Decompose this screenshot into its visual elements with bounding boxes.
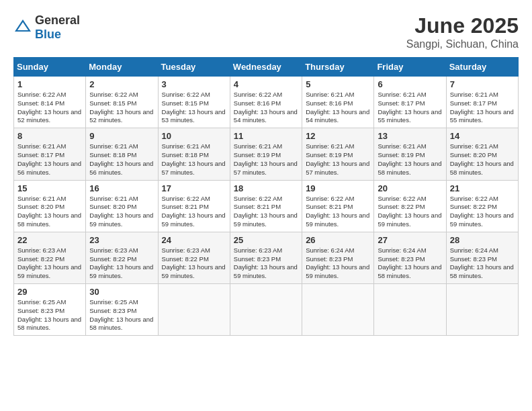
day-number: 25 xyxy=(234,235,298,245)
day-info: Sunrise: 6:21 AM Sunset: 8:19 PM Dayligh… xyxy=(234,142,298,177)
day-info: Sunrise: 6:23 AM Sunset: 8:22 PM Dayligh… xyxy=(17,246,82,281)
logo-text: General Blue xyxy=(35,13,80,42)
calendar-week-row: 29Sunrise: 6:25 AM Sunset: 8:23 PM Dayli… xyxy=(14,284,519,336)
day-number: 21 xyxy=(450,183,515,193)
calendar-cell: 22Sunrise: 6:23 AM Sunset: 8:22 PM Dayli… xyxy=(14,232,86,283)
day-number: 16 xyxy=(89,183,154,193)
calendar-cell: 6Sunrise: 6:21 AM Sunset: 8:17 PM Daylig… xyxy=(374,77,446,128)
calendar-week-row: 8Sunrise: 6:21 AM Sunset: 8:17 PM Daylig… xyxy=(14,128,519,180)
day-info: Sunrise: 6:21 AM Sunset: 8:18 PM Dayligh… xyxy=(162,142,226,177)
day-number: 22 xyxy=(17,235,82,245)
calendar-cell xyxy=(302,284,374,336)
day-number: 4 xyxy=(234,79,298,89)
day-number: 13 xyxy=(378,131,442,141)
calendar-cell: 4Sunrise: 6:22 AM Sunset: 8:16 PM Daylig… xyxy=(230,77,302,128)
calendar-cell: 24Sunrise: 6:23 AM Sunset: 8:22 PM Dayli… xyxy=(158,232,230,283)
day-info: Sunrise: 6:23 AM Sunset: 8:23 PM Dayligh… xyxy=(234,246,298,281)
day-number: 6 xyxy=(378,79,442,89)
calendar-cell xyxy=(230,284,302,336)
calendar-cell: 1Sunrise: 6:22 AM Sunset: 8:14 PM Daylig… xyxy=(14,77,86,128)
day-number: 14 xyxy=(450,131,515,141)
day-number: 18 xyxy=(234,183,298,193)
calendar-header-row: SundayMondayTuesdayWednesdayThursdayFrid… xyxy=(14,58,519,77)
day-number: 12 xyxy=(306,131,370,141)
day-number: 20 xyxy=(378,183,442,193)
day-info: Sunrise: 6:22 AM Sunset: 8:16 PM Dayligh… xyxy=(234,91,298,125)
day-number: 1 xyxy=(17,79,82,89)
day-info: Sunrise: 6:21 AM Sunset: 8:17 PM Dayligh… xyxy=(17,142,82,177)
day-info: Sunrise: 6:24 AM Sunset: 8:23 PM Dayligh… xyxy=(306,246,370,281)
day-number: 24 xyxy=(162,235,226,245)
day-number: 28 xyxy=(450,235,515,245)
column-header-monday: Monday xyxy=(86,58,158,77)
day-number: 10 xyxy=(162,131,226,141)
calendar-cell xyxy=(158,284,230,336)
day-info: Sunrise: 6:22 AM Sunset: 8:21 PM Dayligh… xyxy=(234,195,298,229)
calendar-cell: 2Sunrise: 6:22 AM Sunset: 8:15 PM Daylig… xyxy=(86,77,158,128)
logo: General Blue xyxy=(13,13,80,42)
day-number: 7 xyxy=(450,79,515,89)
header: General Blue June 2025 Sangpi, Sichuan, … xyxy=(13,13,519,50)
column-header-tuesday: Tuesday xyxy=(158,58,230,77)
day-number: 30 xyxy=(89,287,154,297)
calendar-cell: 23Sunrise: 6:23 AM Sunset: 8:22 PM Dayli… xyxy=(86,232,158,283)
calendar-week-row: 1Sunrise: 6:22 AM Sunset: 8:14 PM Daylig… xyxy=(14,77,519,128)
calendar-cell: 16Sunrise: 6:21 AM Sunset: 8:20 PM Dayli… xyxy=(86,180,158,232)
calendar-cell: 30Sunrise: 6:25 AM Sunset: 8:23 PM Dayli… xyxy=(86,284,158,336)
day-info: Sunrise: 6:24 AM Sunset: 8:23 PM Dayligh… xyxy=(378,246,442,281)
day-info: Sunrise: 6:21 AM Sunset: 8:17 PM Dayligh… xyxy=(378,91,442,125)
calendar-cell: 19Sunrise: 6:22 AM Sunset: 8:21 PM Dayli… xyxy=(302,180,374,232)
calendar-cell: 3Sunrise: 6:22 AM Sunset: 8:15 PM Daylig… xyxy=(158,77,230,128)
calendar-cell: 25Sunrise: 6:23 AM Sunset: 8:23 PM Dayli… xyxy=(230,232,302,283)
calendar-cell: 21Sunrise: 6:22 AM Sunset: 8:22 PM Dayli… xyxy=(446,180,518,232)
day-info: Sunrise: 6:22 AM Sunset: 8:21 PM Dayligh… xyxy=(162,195,226,229)
calendar-cell: 9Sunrise: 6:21 AM Sunset: 8:18 PM Daylig… xyxy=(86,128,158,180)
calendar-cell xyxy=(374,284,446,336)
day-number: 5 xyxy=(306,79,370,89)
calendar-cell: 15Sunrise: 6:21 AM Sunset: 8:20 PM Dayli… xyxy=(14,180,86,232)
calendar-cell: 7Sunrise: 6:21 AM Sunset: 8:17 PM Daylig… xyxy=(446,77,518,128)
column-header-friday: Friday xyxy=(374,58,446,77)
day-number: 23 xyxy=(89,235,154,245)
calendar-cell: 10Sunrise: 6:21 AM Sunset: 8:18 PM Dayli… xyxy=(158,128,230,180)
calendar-week-row: 22Sunrise: 6:23 AM Sunset: 8:22 PM Dayli… xyxy=(14,232,519,283)
calendar-cell: 8Sunrise: 6:21 AM Sunset: 8:17 PM Daylig… xyxy=(14,128,86,180)
calendar-title: June 2025 xyxy=(406,13,519,38)
day-info: Sunrise: 6:21 AM Sunset: 8:17 PM Dayligh… xyxy=(450,91,515,125)
day-number: 3 xyxy=(162,79,226,89)
column-header-sunday: Sunday xyxy=(14,58,86,77)
calendar-cell: 26Sunrise: 6:24 AM Sunset: 8:23 PM Dayli… xyxy=(302,232,374,283)
day-info: Sunrise: 6:21 AM Sunset: 8:18 PM Dayligh… xyxy=(89,142,154,177)
day-number: 9 xyxy=(89,131,154,141)
day-number: 2 xyxy=(89,79,154,89)
day-info: Sunrise: 6:22 AM Sunset: 8:15 PM Dayligh… xyxy=(89,91,154,125)
column-header-wednesday: Wednesday xyxy=(230,58,302,77)
day-number: 29 xyxy=(17,287,82,297)
day-number: 15 xyxy=(17,183,82,193)
calendar-subtitle: Sangpi, Sichuan, China xyxy=(406,38,519,50)
day-info: Sunrise: 6:22 AM Sunset: 8:14 PM Dayligh… xyxy=(17,91,82,125)
title-area: June 2025 Sangpi, Sichuan, China xyxy=(406,13,519,50)
calendar-cell: 12Sunrise: 6:21 AM Sunset: 8:19 PM Dayli… xyxy=(302,128,374,180)
day-number: 19 xyxy=(306,183,370,193)
day-number: 11 xyxy=(234,131,298,141)
calendar-cell: 27Sunrise: 6:24 AM Sunset: 8:23 PM Dayli… xyxy=(374,232,446,283)
day-number: 26 xyxy=(306,235,370,245)
day-info: Sunrise: 6:21 AM Sunset: 8:20 PM Dayligh… xyxy=(17,195,82,229)
calendar-cell xyxy=(446,284,518,336)
calendar-cell: 13Sunrise: 6:21 AM Sunset: 8:19 PM Dayli… xyxy=(374,128,446,180)
calendar-cell: 5Sunrise: 6:21 AM Sunset: 8:16 PM Daylig… xyxy=(302,77,374,128)
logo-general: General xyxy=(35,13,80,27)
day-info: Sunrise: 6:21 AM Sunset: 8:16 PM Dayligh… xyxy=(306,91,370,125)
logo-icon xyxy=(13,18,32,37)
day-info: Sunrise: 6:24 AM Sunset: 8:23 PM Dayligh… xyxy=(450,246,515,281)
day-info: Sunrise: 6:23 AM Sunset: 8:22 PM Dayligh… xyxy=(89,246,154,281)
day-info: Sunrise: 6:21 AM Sunset: 8:19 PM Dayligh… xyxy=(306,142,370,177)
column-header-saturday: Saturday xyxy=(446,58,518,77)
day-number: 27 xyxy=(378,235,442,245)
calendar-cell: 14Sunrise: 6:21 AM Sunset: 8:20 PM Dayli… xyxy=(446,128,518,180)
logo-blue: Blue xyxy=(35,28,61,41)
day-info: Sunrise: 6:22 AM Sunset: 8:15 PM Dayligh… xyxy=(162,91,226,125)
day-number: 8 xyxy=(17,131,82,141)
day-info: Sunrise: 6:22 AM Sunset: 8:22 PM Dayligh… xyxy=(450,195,515,229)
